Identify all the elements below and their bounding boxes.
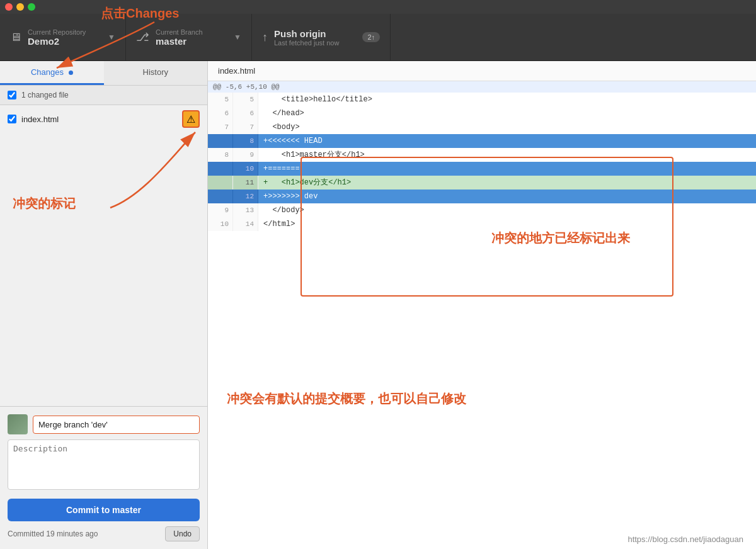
tab-changes[interactable]: Changes	[0, 61, 104, 85]
diff-line: 12+>>>>>>> dev	[208, 190, 756, 203]
branch-name: master	[156, 36, 227, 47]
repo-icon: 🖥	[10, 31, 21, 44]
line-content: +<<<<<<< HEAD	[258, 134, 756, 148]
line-num-old: 10	[208, 217, 233, 231]
branch-chevron-icon: ▼	[234, 33, 241, 42]
line-num-old	[208, 162, 233, 176]
diff-line: 66 </head>	[208, 106, 756, 120]
line-num-old	[208, 176, 233, 190]
current-repo-section[interactable]: 🖥 Current Repository Demo2 ▼	[0, 14, 126, 60]
commit-area: Commit to master Committed 19 minutes ag…	[0, 406, 207, 549]
repo-label: Current Repository	[28, 28, 101, 36]
line-num-old: 9	[208, 203, 233, 217]
commit-summary-input[interactable]	[33, 416, 200, 434]
commit-summary-row	[8, 414, 200, 434]
conflict-badge: ⚠	[182, 110, 200, 128]
line-num-new: 12	[233, 190, 258, 203]
diff-hunk-header: @@ -5,6 +5,10 @@	[208, 81, 756, 93]
commit-button[interactable]: Commit to master	[8, 499, 200, 521]
line-content: +=======	[258, 162, 756, 176]
line-num-new: 8	[233, 134, 258, 148]
current-branch-section[interactable]: ⎇ Current Branch master ▼	[126, 14, 252, 60]
line-content: + <h1>dev分支</h1>	[258, 176, 756, 190]
changes-dot	[69, 71, 73, 75]
committed-row: Committed 19 minutes ago Undo	[8, 526, 200, 541]
line-num-new: 13	[233, 203, 258, 217]
line-num-old: 8	[208, 148, 233, 162]
branch-icon: ⎇	[136, 30, 149, 44]
diff-line: 8+<<<<<<< HEAD	[208, 134, 756, 148]
line-content: +>>>>>>> dev	[258, 190, 756, 203]
changed-file-count: 1 changed file	[21, 91, 69, 99]
avatar	[8, 414, 28, 434]
commit-description-input[interactable]	[8, 439, 200, 490]
line-num-old: 6	[208, 106, 233, 120]
file-list: index.html ⚠	[0, 105, 207, 406]
line-num-new: 14	[233, 217, 258, 231]
diff-panel: index.html @@ -5,6 +5,10 @@ 55 <title>he…	[208, 61, 756, 549]
diff-filename: index.html	[208, 61, 756, 81]
titlebar	[0, 0, 756, 14]
diff-content[interactable]: @@ -5,6 +5,10 @@ 55 <title>hello</title>…	[208, 81, 756, 549]
line-num-new: 9	[233, 148, 258, 162]
diff-line: 89 <h1>master分支</h1>	[208, 148, 756, 162]
line-num-old: 5	[208, 93, 233, 106]
repo-text: Current Repository Demo2	[28, 28, 101, 47]
line-num-new: 7	[233, 120, 258, 134]
line-num-new: 11	[233, 176, 258, 190]
changed-file-header: 1 changed file	[0, 86, 207, 105]
diff-line: 1014</html>	[208, 217, 756, 231]
select-all-checkbox[interactable]	[8, 91, 16, 99]
diff-line: 11+ <h1>dev分支</h1>	[208, 176, 756, 190]
push-text: Push origin Last fetched just now	[274, 28, 356, 47]
line-content: </body>	[258, 203, 756, 217]
line-num-new: 5	[233, 93, 258, 106]
main-layout: Changes History 1 changed file index.htm…	[0, 61, 756, 549]
maximize-button[interactable]	[28, 3, 35, 11]
diff-line: 77 <body>	[208, 120, 756, 134]
repo-name: Demo2	[28, 36, 101, 47]
line-num-old	[208, 190, 233, 203]
line-num-old: 7	[208, 120, 233, 134]
diff-line: 55 <title>hello</title>	[208, 93, 756, 106]
line-content: </html>	[258, 217, 756, 231]
line-num-old	[208, 134, 233, 148]
minimize-button[interactable]	[16, 3, 24, 11]
toolbar: 🖥 Current Repository Demo2 ▼ ⎇ Current B…	[0, 14, 756, 61]
diff-line: 10+=======	[208, 162, 756, 176]
push-badge: 2↑	[362, 32, 380, 42]
branch-label: Current Branch	[156, 28, 227, 36]
push-origin-section[interactable]: ↑ Push origin Last fetched just now 2↑	[252, 14, 391, 60]
undo-button[interactable]: Undo	[165, 526, 200, 541]
tab-history[interactable]: History	[104, 61, 208, 85]
line-content: <title>hello</title>	[258, 93, 756, 106]
sidebar: Changes History 1 changed file index.htm…	[0, 61, 208, 549]
line-content: <h1>master分支</h1>	[258, 148, 756, 162]
line-content: </head>	[258, 106, 756, 120]
line-content: <body>	[258, 120, 756, 134]
push-label: Push origin	[274, 28, 356, 39]
push-sublabel: Last fetched just now	[274, 39, 356, 47]
list-item[interactable]: index.html ⚠	[0, 105, 207, 133]
file-name: index.html	[21, 115, 177, 124]
close-button[interactable]	[5, 3, 13, 11]
line-num-new: 6	[233, 106, 258, 120]
sidebar-tabs: Changes History	[0, 61, 207, 86]
diff-line: 913 </body>	[208, 203, 756, 217]
push-icon: ↑	[262, 31, 268, 44]
file-checkbox[interactable]	[8, 115, 16, 123]
committed-text: Committed 19 minutes ago	[8, 529, 98, 538]
repo-chevron-icon: ▼	[108, 33, 115, 42]
line-num-new: 10	[233, 162, 258, 176]
branch-text: Current Branch master	[156, 28, 227, 47]
avatar-image	[8, 414, 28, 434]
